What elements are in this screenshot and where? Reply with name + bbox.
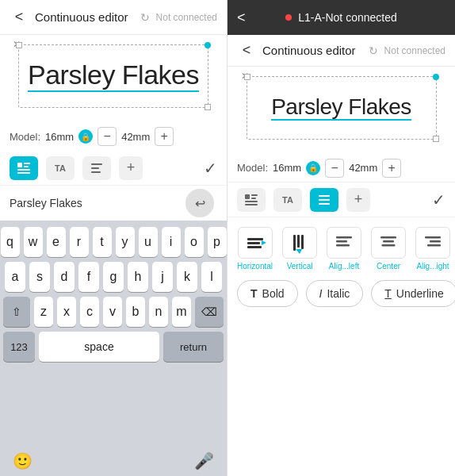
right-sub-back-button[interactable]: <: [237, 41, 256, 60]
emoji-button[interactable]: 🙂: [13, 451, 32, 470]
key-b[interactable]: b: [126, 297, 145, 327]
svg-rect-7: [91, 171, 101, 173]
right-check-button[interactable]: ✓: [432, 190, 445, 209]
key-d[interactable]: d: [54, 262, 75, 292]
left-corner-tl-handle[interactable]: [16, 42, 22, 48]
left-toolbar: TA + ✓: [0, 151, 227, 186]
svg-rect-28: [383, 240, 394, 243]
right-canvas-text: Parsley Flakes: [271, 95, 411, 121]
key-p[interactable]: p: [208, 227, 227, 257]
key-shift[interactable]: ⇧: [3, 297, 30, 327]
italic-button[interactable]: I Italic: [306, 280, 364, 307]
key-s[interactable]: s: [29, 262, 50, 292]
right-format-section: Horizontal Vertical: [228, 217, 455, 317]
align-center-label: Center: [377, 262, 400, 271]
key-x[interactable]: x: [57, 297, 76, 327]
align-center-button[interactable]: [371, 227, 406, 259]
right-size-value: 42mm: [349, 162, 377, 174]
align-left-button[interactable]: [327, 227, 361, 259]
left-text-preview: Parsley Flakes: [0, 190, 92, 216]
left-connection-status: Not connected: [156, 12, 217, 23]
left-corner-br-handle[interactable]: [205, 104, 211, 110]
right-plus-button[interactable]: +: [382, 159, 401, 178]
vertical-label: Vertical: [287, 262, 313, 271]
key-m[interactable]: m: [172, 297, 191, 327]
key-q[interactable]: q: [1, 227, 20, 257]
right-sub-back-icon: <: [243, 42, 251, 59]
left-send-button[interactable]: ↩: [185, 189, 214, 217]
key-w[interactable]: w: [24, 227, 43, 257]
left-tool-grid-button[interactable]: [10, 156, 38, 180]
key-e[interactable]: e: [47, 227, 66, 257]
key-return[interactable]: return: [163, 332, 224, 362]
key-l[interactable]: l: [201, 262, 222, 292]
left-keyboard: q w e r t y u i o p a s d f g h j k l ⇧ …: [0, 221, 227, 446]
format-vertical-button[interactable]: Vertical: [282, 227, 317, 271]
bold-button[interactable]: T Bold: [237, 280, 298, 307]
key-c[interactable]: c: [80, 297, 99, 327]
underline-icon: T: [384, 287, 392, 300]
svg-rect-32: [427, 244, 441, 247]
right-sub-sync-icon[interactable]: ↻: [369, 44, 378, 57]
key-o[interactable]: o: [185, 227, 204, 257]
svg-rect-9: [251, 194, 258, 196]
left-model-value: 16mm: [45, 131, 74, 143]
right-corner-tr-handle[interactable]: [433, 74, 439, 80]
svg-rect-21: [297, 235, 300, 248]
key-k[interactable]: k: [177, 262, 197, 292]
right-tool-text-button[interactable]: TA: [273, 188, 302, 212]
key-t[interactable]: t: [93, 227, 112, 257]
key-h[interactable]: h: [128, 262, 148, 292]
left-back-button[interactable]: <: [10, 8, 29, 27]
left-check-button[interactable]: ✓: [204, 159, 217, 178]
left-canvas-area: ✕ Parsley Flakes: [0, 35, 227, 122]
microphone-button[interactable]: 🎤: [194, 451, 214, 470]
svg-rect-15: [319, 203, 330, 205]
key-numbers[interactable]: 123: [3, 332, 35, 362]
right-back-button[interactable]: <: [237, 10, 246, 26]
right-lock-icon[interactable]: 🔒: [306, 161, 320, 175]
align-right-item: Alig...ight: [415, 227, 450, 271]
align-right-button[interactable]: [415, 227, 450, 259]
key-u[interactable]: u: [139, 227, 158, 257]
key-i[interactable]: i: [162, 227, 181, 257]
key-z[interactable]: z: [34, 297, 53, 327]
svg-rect-31: [430, 240, 441, 243]
right-corner-br-handle[interactable]: [433, 136, 439, 142]
key-r[interactable]: r: [70, 227, 89, 257]
align-center-item: Center: [371, 227, 406, 271]
underline-button[interactable]: T Underline: [371, 280, 455, 307]
left-tool-add-button[interactable]: +: [119, 156, 143, 180]
left-sync-icon[interactable]: ↻: [140, 11, 150, 24]
key-f[interactable]: f: [78, 262, 99, 292]
horizontal-label: Horizontal: [237, 262, 273, 271]
left-bottom-bar: 🙂 🎤: [0, 446, 227, 476]
key-y[interactable]: y: [116, 227, 135, 257]
key-space[interactable]: space: [39, 332, 159, 362]
vertical-icon: [282, 227, 317, 259]
left-minus-button[interactable]: −: [98, 127, 117, 146]
svg-rect-24: [336, 236, 352, 239]
left-lock-icon[interactable]: 🔒: [78, 129, 93, 144]
key-a[interactable]: a: [5, 262, 25, 292]
format-horizontal-button[interactable]: Horizontal: [237, 227, 273, 271]
right-tool-align-button[interactable]: [310, 188, 338, 212]
key-v[interactable]: v: [103, 297, 122, 327]
left-tool-align-button[interactable]: [82, 156, 111, 180]
key-delete[interactable]: ⌫: [195, 297, 224, 327]
left-header: < Continuous editor ↻ Not connected: [0, 0, 227, 35]
key-n[interactable]: n: [149, 297, 168, 327]
svg-rect-8: [245, 194, 250, 199]
right-tool-grid-button[interactable]: [237, 188, 266, 212]
left-tool-text-button[interactable]: TA: [46, 156, 75, 180]
right-text-box[interactable]: ✕ Parsley Flakes: [247, 76, 437, 140]
right-tool-add-button[interactable]: +: [346, 188, 370, 212]
left-text-box[interactable]: ✕ Parsley Flakes: [18, 44, 208, 108]
right-corner-tl-handle[interactable]: [244, 74, 250, 80]
left-plus-button[interactable]: +: [155, 127, 174, 146]
key-j[interactable]: j: [152, 262, 173, 292]
key-g[interactable]: g: [103, 262, 124, 292]
left-corner-tr-handle[interactable]: [205, 42, 211, 48]
svg-rect-16: [247, 238, 263, 240]
right-minus-button[interactable]: −: [325, 159, 344, 178]
